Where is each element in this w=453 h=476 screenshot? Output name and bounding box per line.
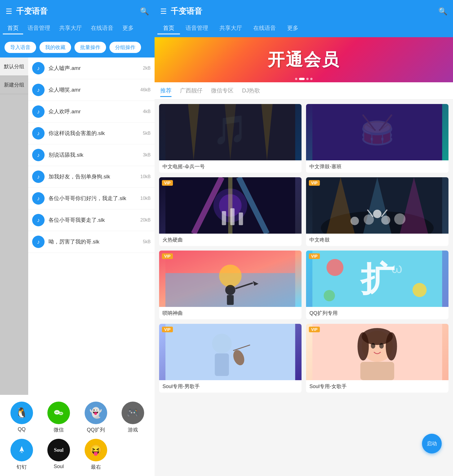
app-dingding[interactable]: 钉钉 [5,439,39,470]
start-button[interactable]: 启动 [422,434,442,453]
cat-tab-dj[interactable]: DJ热歌 [242,87,260,97]
import-voice-button[interactable]: 导入语音 [5,42,36,53]
file-size-0: 2kB [143,66,151,71]
cat-tab-guangxi[interactable]: 广西靓仔 [180,87,203,97]
svg-point-29 [381,216,390,225]
music-card-0[interactable]: 🎵 中文电摇-伞兵一号 [159,104,302,173]
file-name-0: 众人嘘声.amr [49,65,143,72]
left-nav-tab-online[interactable]: 在线语音 [86,23,118,34]
music-card-6[interactable]: VIP Soul专用-男歌手 [159,324,302,393]
right-search-icon[interactable]: 🔍 [438,7,447,16]
file-item-3[interactable]: ♪ 你这样说我会害羞的.slk 5kB [28,123,155,144]
file-name-6: 各位小哥哥你们好污，我走了.slk [49,195,140,202]
music-card-5[interactable]: VIP 扩 ω QQ扩列专用 [306,251,448,319]
music-card-label-4: 唢呐神曲 [159,307,302,319]
music-card-1[interactable]: 🥁 中文弹鼓-塞班 [306,104,448,173]
file-name-5: 加我好友，告别单身狗.slk [49,173,140,180]
svg-point-4 [60,413,61,414]
hamburger-icon[interactable]: ☰ [6,7,12,16]
file-icon-8: ♪ [32,236,45,248]
file-item-6[interactable]: ♪ 各位小哥哥你们好污，我走了.slk 10kB [28,188,155,209]
vip-badge-5: VIP [309,253,320,259]
svg-point-30 [394,213,406,225]
soul-app-icon: Soul [47,439,70,461]
file-item-8[interactable]: ♪ 呦，厉害了我的哥.slk 5kB [28,231,155,253]
app-wechat[interactable]: 微信 [42,402,76,433]
left-nav-tab-home[interactable]: 首页 [3,23,23,34]
music-card-label-0: 中文电摇-伞兵一号 [159,160,302,173]
app-zuiyou[interactable]: 😝 最右 [79,439,113,470]
file-size-7: 20kB [140,218,151,223]
right-hamburger-icon[interactable]: ☰ [160,7,167,16]
music-card-3[interactable]: VIP [306,177,448,246]
wechat-label: 微信 [54,426,64,433]
banner-dots [295,78,313,80]
sidebar-item-new[interactable]: 新建分组 [0,76,28,94]
file-size-8: 5kB [143,239,151,244]
svg-point-57 [379,343,384,349]
batch-ops-button[interactable]: 批量操作 [74,42,106,53]
left-nav-tab-more[interactable]: 更多 [118,23,138,34]
app-game[interactable]: 🎮 游戏 [116,402,150,433]
soul-label: Soul [54,464,64,470]
svg-point-44 [324,290,335,301]
right-nav-tab-online[interactable]: 在线语音 [248,23,282,34]
right-nav-tab-manage[interactable]: 语音管理 [180,23,214,34]
left-nav-tab-share[interactable]: 共享大厅 [55,23,86,34]
left-search-icon[interactable]: 🔍 [140,7,149,16]
right-nav-tab-more[interactable]: 更多 [282,23,304,34]
svg-text:ω: ω [392,260,403,276]
music-card-2[interactable]: VIP 火 [159,177,302,246]
music-card-label-5: QQ扩列专用 [306,307,448,319]
left-nav-tabs: 首页 语音管理 共享大厅 在线语音 更多 [0,23,155,37]
file-item-7[interactable]: ♪ 各位小哥哥我要走了.slk 20kB [28,209,155,231]
cat-tab-wechat[interactable]: 微信专区 [211,87,234,97]
file-name-7: 各位小哥哥我要走了.slk [49,216,140,224]
file-size-5: 10kB [140,174,151,179]
right-app-title: 千变语音 [171,6,202,17]
file-name-8: 呦，厉害了我的哥.slk [49,238,143,245]
qq-label: QQ [18,426,26,432]
zuiyou-icon: 😝 [85,439,107,461]
app-qq[interactable]: 🐧 QQ [5,402,39,433]
vip-banner[interactable]: 开通会员 [155,37,453,82]
left-content-area: 默认分组 新建分组 ♪ 众人嘘声.amr 2kB ♪ 众人嘲笑.amr 46kB… [0,57,155,395]
banner-title: 开通会员 [268,48,340,71]
file-icon-4: ♪ [32,149,45,161]
left-header-left: ☰ 千变语音 [6,6,48,17]
group-ops-button[interactable]: 分组操作 [109,42,141,53]
svg-text:🥁: 🥁 [360,113,395,147]
music-card-7[interactable]: VIP [306,324,448,393]
vip-badge-4: VIP [162,253,173,259]
right-nav-tab-home[interactable]: 首页 [157,23,180,34]
svg-point-1 [59,412,63,415]
left-app-title: 千变语音 [16,6,48,17]
svg-text:扩: 扩 [360,260,395,298]
file-icon-5: ♪ [32,171,45,183]
file-item-5[interactable]: ♪ 加我好友，告别单身狗.slk 10kB [28,166,155,188]
file-name-1: 众人嘲笑.amr [49,86,140,94]
file-size-4: 3kB [143,152,151,158]
music-card-image-0: 🎵 [159,104,302,160]
right-header: ☰ 千变语音 🔍 [155,0,453,23]
file-item-2[interactable]: ♪ 众人欢呼.amr 4kB [28,101,155,123]
app-qq-expand[interactable]: 👻 QQ扩列 [79,402,113,433]
left-panel: ☰ 千变语音 🔍 首页 语音管理 共享大厅 在线语音 更多 导入语音 我的收藏 … [0,0,155,476]
svg-point-54 [358,332,369,360]
my-favorites-button[interactable]: 我的收藏 [39,42,71,53]
file-item-1[interactable]: ♪ 众人嘲笑.amr 46kB [28,79,155,101]
sidebar-item-default[interactable]: 默认分组 [0,57,28,76]
file-size-1: 46kB [140,87,151,92]
app-soul[interactable]: Soul Soul [42,439,76,470]
left-header: ☰ 千变语音 🔍 [0,0,155,23]
music-card-4[interactable]: VIP 唢呐神曲 [159,251,302,319]
wechat-icon [47,402,70,424]
file-item-0[interactable]: ♪ 众人嘘声.amr 2kB [28,57,155,79]
right-nav-tab-share[interactable]: 共享大厅 [214,23,248,34]
left-nav-tab-manage[interactable]: 语音管理 [23,23,55,34]
music-card-label-6: Soul专用-男歌手 [159,380,302,393]
file-item-4[interactable]: ♪ 别说话舔我.slk 3kB [28,144,155,166]
cat-tab-recommend[interactable]: 推荐 [160,87,171,97]
svg-point-47 [212,334,232,353]
svg-point-36 [219,265,242,287]
